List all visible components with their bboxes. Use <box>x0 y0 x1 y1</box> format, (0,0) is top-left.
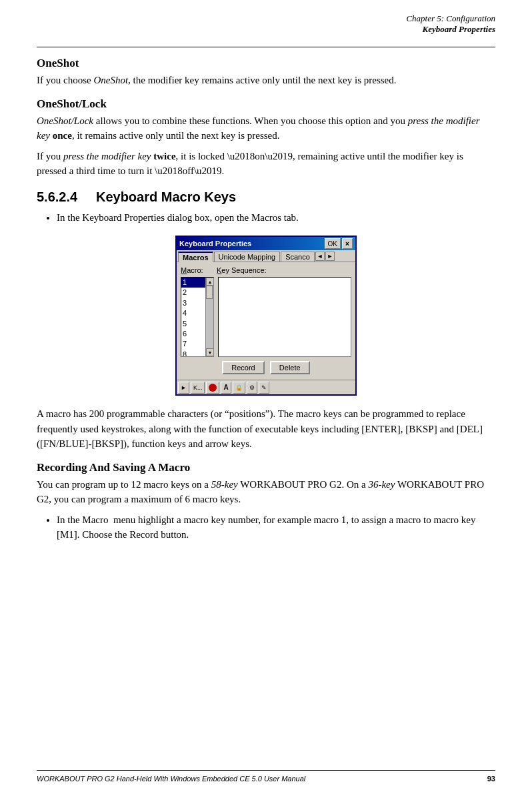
record-button[interactable]: Record <box>222 361 264 374</box>
tab-scroll-right[interactable]: ► <box>325 252 335 261</box>
scroll-track <box>206 286 213 348</box>
keyseq-label-col: Key Sequence: <box>217 266 267 274</box>
macro-listbox[interactable]: 1 2 3 4 5 6 7 8 9 10 11 <box>181 277 214 357</box>
dialog-titlebar-buttons: OK × <box>325 238 353 249</box>
dialog-footer-buttons: Record Delete <box>181 361 351 374</box>
delete-button[interactable]: Delete <box>270 361 310 374</box>
macrokeys-bullet-list: In the Keyboard Properties dialog box, o… <box>57 210 495 226</box>
dialog-title: Keyboard Properties <box>179 240 251 248</box>
oneshotlock-heading: OneShot/Lock <box>37 97 495 111</box>
oneshotlock-para2: If you press the modifier key twice, it … <box>37 149 495 179</box>
oneshot-heading: OneShot <box>37 57 495 70</box>
footer-left-text: WORKABOUT PRO G2 Hand-Held With Windows … <box>37 775 305 783</box>
dialog-wrapper: Keyboard Properties OK × Macros Unicode … <box>37 236 495 396</box>
oneshotlock-para1: OneShot/Lock allows you to combine these… <box>37 113 495 143</box>
taskbar-icon1[interactable] <box>206 382 219 394</box>
recording-para1: You can program up to 12 macro keys on a… <box>37 477 495 507</box>
header-chapter: Chapter 5: Configuration <box>37 13 495 24</box>
page-footer: WORKABOUT PRO G2 Hand-Held With Windows … <box>37 770 495 783</box>
taskbar-icon4[interactable]: ⚙ <box>247 382 257 394</box>
scroll-up-button[interactable]: ▲ <box>206 278 214 286</box>
list-scrollbar[interactable]: ▲ ▼ <box>205 278 213 356</box>
page-header: Chapter 5: Configuration Keyboard Proper… <box>37 13 495 35</box>
taskbar-icon3[interactable]: 🔒 <box>233 382 245 394</box>
dialog-box: Keyboard Properties OK × Macros Unicode … <box>175 236 357 396</box>
oneshot-body: If you choose OneShot, the modifier key … <box>37 73 495 88</box>
dialog-titlebar: Keyboard Properties OK × <box>177 237 355 250</box>
header-title: Keyboard Properties <box>37 24 495 35</box>
macro-label-col: Macro: <box>181 266 214 274</box>
footer-page-number: 93 <box>487 775 495 783</box>
macro-description: A macro has 200 programmable characters … <box>37 406 495 452</box>
taskbar-start[interactable]: ► <box>178 382 189 394</box>
scroll-thumb[interactable] <box>206 286 213 299</box>
dialog-content-area: 1 2 3 4 5 6 7 8 9 10 11 <box>181 277 351 357</box>
recording-bullet-item: In the Macro menu highlight a macro key … <box>57 512 495 542</box>
macrokeys-heading: 5.6.2.4 Keyboard Macro Keys <box>37 189 495 205</box>
dialog-taskbar: ► K... A 🔒 ⚙ ✎ <box>177 380 355 394</box>
recording-heading: Recording And Saving A Macro <box>37 461 495 474</box>
taskbar-pen[interactable]: ✎ <box>259 382 269 394</box>
tab-scancode[interactable]: Scanco <box>281 252 315 262</box>
header-divider <box>37 47 495 47</box>
tab-scroll-left[interactable]: ◄ <box>315 252 325 261</box>
macro-label: Macro: <box>181 266 203 274</box>
dialog-body: Macro: Key Sequence: 1 2 3 <box>177 262 355 380</box>
keysequence-box[interactable] <box>218 277 351 357</box>
dialog-close-button[interactable]: × <box>342 238 353 249</box>
recording-bullet-list: In the Macro menu highlight a macro key … <box>57 512 495 542</box>
dialog-labels-row: Macro: Key Sequence: <box>181 266 351 274</box>
tab-unicode-mapping[interactable]: Unicode Mapping <box>214 252 281 262</box>
macrokeys-bullet-item: In the Keyboard Properties dialog box, o… <box>57 210 495 226</box>
taskbar-icon2[interactable]: A <box>221 382 231 394</box>
keyseq-label: Key Sequence: <box>217 266 267 274</box>
taskbar-keyboard[interactable]: K... <box>191 382 205 394</box>
scroll-down-button[interactable]: ▼ <box>206 348 214 356</box>
tab-macros[interactable]: Macros <box>178 252 213 262</box>
dialog-ok-button[interactable]: OK <box>325 238 341 249</box>
dialog-tabs: Macros Unicode Mapping Scanco ◄ ► <box>177 250 355 262</box>
